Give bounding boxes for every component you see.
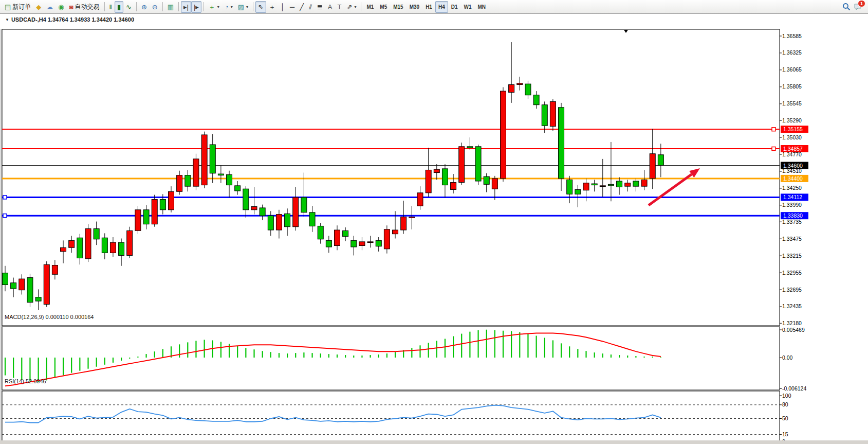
text-label-button[interactable]: T xyxy=(335,1,344,13)
symbol-title[interactable]: ▼ USDCAD-,H4 1.34764 1.34933 1.34420 1.3… xyxy=(5,16,134,23)
timeframe-mn-button[interactable]: MN xyxy=(475,1,489,13)
equidistant-channel-button[interactable]: ⫽ xyxy=(306,1,315,13)
chart-shift-button[interactable]: |▸ xyxy=(191,1,201,13)
trendline-icon: ╱ xyxy=(300,4,304,10)
vertical-line-icon: │ xyxy=(281,4,285,10)
toolbar-separator xyxy=(253,2,253,11)
svg-text:1.33215: 1.33215 xyxy=(782,253,802,259)
svg-text:1.35805: 1.35805 xyxy=(782,83,802,90)
zoom-out-button[interactable]: ⊖ xyxy=(150,1,160,13)
autoscroll-button[interactable]: ▸| xyxy=(181,1,191,13)
timeframe-h4-button[interactable]: H4 xyxy=(435,1,448,13)
horizontal-line-button[interactable]: ─ xyxy=(287,1,297,13)
zoom-out-icon: ⊖ xyxy=(152,4,158,10)
arrows-tool-icon: ⇗ xyxy=(346,4,352,10)
chart-window[interactable]: 1.365851.363251.360651.358051.355451.352… xyxy=(0,14,868,444)
new-order-button[interactable]: ▤新订单 xyxy=(2,1,33,13)
bar-chart-type-button[interactable]: ‖ xyxy=(107,1,115,13)
timeframe-w1-button[interactable]: W1 xyxy=(461,1,475,13)
svg-text:1.35030: 1.35030 xyxy=(782,134,802,140)
signal-icon-button[interactable]: ◉ xyxy=(56,1,66,13)
chevron-down-icon: ▾ xyxy=(354,5,356,9)
rsi-indicator-label: RSI(14) 52.0046 xyxy=(5,378,46,384)
svg-text:1.34600: 1.34600 xyxy=(783,163,803,169)
vertical-line-button[interactable]: │ xyxy=(278,1,287,13)
horizontal-line-icon: ─ xyxy=(290,4,294,10)
autotrade-button-label: 自动交易 xyxy=(75,3,100,11)
svg-text:1.33990: 1.33990 xyxy=(782,202,802,208)
timeframe-h1-button[interactable]: H1 xyxy=(422,1,435,13)
svg-text:1.36065: 1.36065 xyxy=(782,66,802,73)
template-icon: ▨ xyxy=(238,4,244,10)
notification-count-badge: 1 xyxy=(858,0,865,7)
timeframe-m15-button[interactable]: M15 xyxy=(390,1,406,13)
toolbar-separator xyxy=(136,2,137,11)
trendline-button[interactable]: ╱ xyxy=(297,1,306,13)
new-order-button-label: 新订单 xyxy=(12,3,31,11)
signal-icon-icon: ◉ xyxy=(58,4,64,10)
zoom-in-icon: ⊕ xyxy=(141,4,147,10)
toolbar-separator xyxy=(361,2,361,11)
fibonacci-button[interactable]: ≣ xyxy=(315,1,325,13)
line-chart-type-button[interactable]: ∿ xyxy=(123,1,134,13)
indicators-button[interactable]: ＋▾ xyxy=(206,1,222,13)
tile-windows-button[interactable]: ▦ xyxy=(165,1,176,13)
svg-text:1.35290: 1.35290 xyxy=(782,117,802,123)
svg-text:1.32435: 1.32435 xyxy=(782,303,802,309)
period-clock-button[interactable]: ◔▾ xyxy=(222,1,235,13)
svg-text:1.34112: 1.34112 xyxy=(783,194,802,200)
crosshair-icon: ＋ xyxy=(269,4,275,10)
pane-frames xyxy=(1,29,780,444)
cursor-button[interactable]: ⇖ xyxy=(255,1,266,13)
toolbar-separator xyxy=(104,2,105,11)
chevron-down-icon: ▾ xyxy=(217,5,219,9)
autoscroll-icon: ▸| xyxy=(183,4,189,10)
line-chart-type-icon: ∿ xyxy=(126,4,132,10)
text-label-icon: T xyxy=(338,4,342,10)
svg-text:1.35545: 1.35545 xyxy=(782,100,802,106)
toolbar-separator xyxy=(178,2,179,11)
timeframe-m30-button[interactable]: M30 xyxy=(407,1,422,13)
profile-cloud-icon-button[interactable]: ☁ xyxy=(44,1,56,13)
collapse-triangle-icon[interactable]: ▼ xyxy=(5,17,9,22)
arrows-tool-button[interactable]: ⇗▾ xyxy=(344,1,359,13)
svg-text:1.34857: 1.34857 xyxy=(783,146,803,152)
bar-chart-type-icon: ‖ xyxy=(109,4,112,10)
svg-text:1.36585: 1.36585 xyxy=(782,33,802,39)
text-button[interactable]: A xyxy=(325,1,335,13)
indicators-icon: ＋ xyxy=(209,4,215,10)
svg-text:15: 15 xyxy=(782,431,788,437)
svg-text:1.32180: 1.32180 xyxy=(782,320,802,326)
chevron-down-icon: ▾ xyxy=(246,5,248,9)
autotrade-icon: ◙ xyxy=(69,4,73,10)
autotrade-button[interactable]: ◙自动交易 xyxy=(67,1,102,13)
svg-text:80: 80 xyxy=(782,401,788,407)
new-order-icon: ▤ xyxy=(5,4,11,10)
candlestick-chart-type-button[interactable]: ▮ xyxy=(115,1,123,13)
profile-cloud-icon-icon: ☁ xyxy=(46,4,53,10)
timeframe-m1-button[interactable]: M1 xyxy=(363,1,377,13)
gold-ingot-icon-button[interactable]: ◆ xyxy=(33,1,44,13)
svg-text:1.33475: 1.33475 xyxy=(782,236,802,242)
timeframe-m5-button[interactable]: M5 xyxy=(377,1,390,13)
candlestick-chart-type-icon: ▮ xyxy=(117,4,121,10)
text-icon: A xyxy=(328,4,333,10)
svg-text:100: 100 xyxy=(782,393,791,399)
gold-ingot-icon-icon: ◆ xyxy=(36,4,41,10)
svg-text:1.36325: 1.36325 xyxy=(782,49,802,56)
crosshair-button[interactable]: ＋ xyxy=(266,1,278,13)
chart-canvas[interactable]: 1.365851.363251.360651.358051.355451.352… xyxy=(0,14,868,444)
tile-windows-icon: ▦ xyxy=(168,4,174,10)
equidistant-channel-icon: ⫽ xyxy=(309,4,312,10)
template-button[interactable]: ▨▾ xyxy=(235,1,251,13)
zoom-in-button[interactable]: ⊕ xyxy=(139,1,150,13)
macd-indicator-label: MACD(12,26,9) 0.000110 0.000164 xyxy=(5,314,94,320)
chevron-down-icon: ▾ xyxy=(231,5,233,9)
search-icon[interactable] xyxy=(842,3,851,11)
window-bottom-edge xyxy=(0,440,868,444)
notifications-icon[interactable]: 1 xyxy=(854,3,863,11)
svg-text:1.32695: 1.32695 xyxy=(782,287,802,293)
toolbar-separator xyxy=(204,2,204,11)
timeframe-d1-button[interactable]: D1 xyxy=(448,1,461,13)
svg-text:50: 50 xyxy=(782,415,788,421)
